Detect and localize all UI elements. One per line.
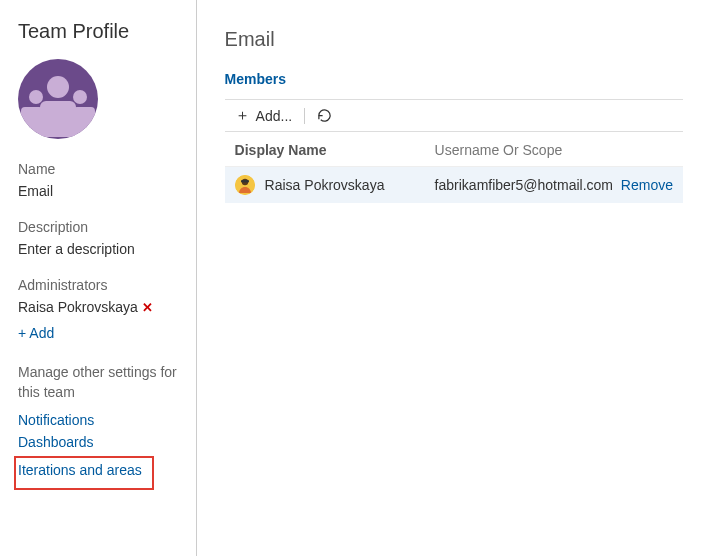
svg-rect-2 bbox=[241, 180, 249, 183]
refresh-button[interactable] bbox=[317, 108, 332, 123]
remove-admin-icon[interactable]: ✕ bbox=[140, 300, 155, 315]
sidebar: Team Profile Name Email Description Ente… bbox=[0, 0, 197, 556]
add-admin-link[interactable]: + Add bbox=[18, 325, 178, 341]
column-display-name[interactable]: Display Name bbox=[235, 142, 435, 158]
members-table: Display Name Username Or Scope Raisa Pok… bbox=[225, 132, 683, 203]
iterations-and-areas-link[interactable]: Iterations and areas bbox=[18, 462, 142, 478]
members-tab[interactable]: Members bbox=[225, 71, 683, 87]
add-member-button[interactable]: ＋ Add... bbox=[235, 106, 293, 125]
name-label: Name bbox=[18, 161, 178, 177]
column-action bbox=[613, 142, 673, 158]
highlight-annotation: Iterations and areas bbox=[14, 456, 154, 490]
table-row[interactable]: Raisa Pokrovskaya fabrikamfiber5@hotmail… bbox=[225, 167, 683, 203]
refresh-icon bbox=[317, 108, 332, 123]
member-username: fabrikamfiber5@hotmail.com bbox=[435, 177, 613, 193]
column-username[interactable]: Username Or Scope bbox=[435, 142, 613, 158]
member-display-name: Raisa Pokrovskaya bbox=[265, 177, 385, 193]
name-value: Email bbox=[18, 183, 178, 199]
administrator-row: Raisa Pokrovskaya ✕ bbox=[18, 299, 178, 315]
description-label: Description bbox=[18, 219, 178, 235]
team-avatar[interactable] bbox=[18, 59, 98, 139]
members-toolbar: ＋ Add... bbox=[225, 99, 683, 132]
sidebar-title: Team Profile bbox=[18, 20, 178, 43]
remove-member-link[interactable]: Remove bbox=[621, 177, 673, 193]
description-value[interactable]: Enter a description bbox=[18, 241, 178, 257]
main-panel: Email Members ＋ Add... Display Name User… bbox=[197, 0, 701, 556]
administrators-label: Administrators bbox=[18, 277, 178, 293]
manage-settings-label: Manage other settings for this team bbox=[18, 363, 178, 402]
notifications-link[interactable]: Notifications bbox=[18, 412, 178, 428]
administrator-name: Raisa Pokrovskaya bbox=[18, 299, 138, 315]
table-header: Display Name Username Or Scope bbox=[225, 132, 683, 167]
member-avatar-icon bbox=[235, 175, 255, 195]
settings-links: Notifications Dashboards Iterations and … bbox=[18, 412, 178, 490]
main-title: Email bbox=[225, 28, 683, 51]
toolbar-separator bbox=[304, 108, 305, 124]
add-member-label: Add... bbox=[256, 108, 293, 124]
plus-icon: ＋ bbox=[235, 106, 250, 125]
dashboards-link[interactable]: Dashboards bbox=[18, 434, 178, 450]
